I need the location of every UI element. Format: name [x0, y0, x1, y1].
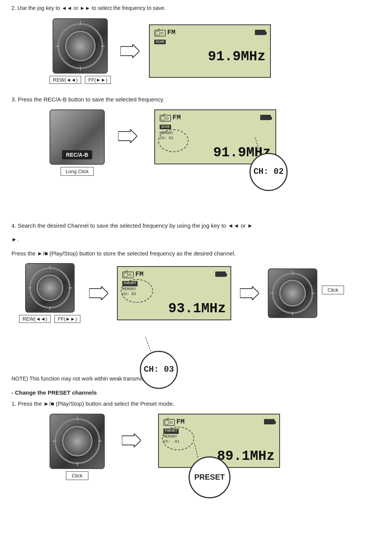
- svg-rect-20: [165, 421, 169, 424]
- svg-rect-6: [160, 115, 171, 121]
- ff-label-step4: FF(►►): [54, 315, 80, 323]
- callout-line-step4: [146, 337, 157, 353]
- radio-icon-preset: [163, 418, 175, 426]
- svg-marker-18: [122, 434, 141, 447]
- dashed-circle-step3: [158, 129, 189, 152]
- preset-bubble-container: PRESET: [189, 456, 230, 498]
- scan-badge-step2: SCAN: [154, 40, 166, 44]
- step4-text1: 4. Search the desired Channel to save th…: [11, 222, 381, 230]
- step4-jog-right: Click: [268, 268, 317, 318]
- step4-jog-labels: REW(◄◄) FF(►►): [19, 315, 80, 323]
- battery-icon-step2: [255, 30, 266, 35]
- step2-text: 2. Use the jog key to ◄◄ or ►► to select…: [11, 4, 381, 12]
- ff-label: FF(►►): [85, 76, 111, 84]
- step2-jog-wheel: REW(◄◄) FF(►►): [50, 18, 111, 84]
- arrow-step2: [118, 43, 141, 59]
- battery-icon-step4: [215, 271, 226, 277]
- arrow-step3: [116, 128, 139, 144]
- step4-text3: Press the ►/■ (Play/Stop) button to stor…: [11, 249, 381, 258]
- ch02-bubble-container: CH: 02: [250, 153, 288, 191]
- svg-marker-17: [240, 286, 259, 300]
- svg-marker-11: [89, 286, 108, 300]
- rew-label: REW(◄◄): [50, 76, 81, 84]
- preset-lcd-container: FM PRESET MEMORY Ch: -91 89.1MHz PRESET: [158, 414, 280, 468]
- step2-jog-labels: REW(◄◄) FF(►►): [50, 76, 111, 84]
- rew-label-step4: REW(◄◄): [19, 315, 51, 323]
- callout-line-preset: [194, 443, 206, 458]
- battery-icon-step3: [260, 115, 271, 120]
- step3-left: REC/A-B Long Click: [50, 109, 105, 176]
- ch02-bubble: CH: 02: [250, 153, 288, 191]
- svg-rect-1: [155, 30, 165, 36]
- preset-jog-wheel: Click: [50, 414, 105, 480]
- rec-ab-label: REC/A-B: [62, 150, 92, 159]
- step3-right: FM SCAN MEMORY CH: 02 91.9MHz: [154, 109, 276, 164]
- fm-label-step4: FM: [135, 270, 144, 278]
- svg-point-14: [129, 274, 131, 276]
- step1-preset-text: 1. Press the ►/■ (Play/Stop) button and …: [11, 400, 381, 408]
- svg-marker-0: [120, 44, 139, 58]
- dashed-circle-step4: [121, 279, 153, 303]
- note-text: NOTE) This function may not work within …: [11, 376, 381, 382]
- svg-rect-7: [161, 116, 165, 120]
- radio-icon-step4: [122, 270, 134, 278]
- step4-text2: ►.: [11, 235, 381, 244]
- fm-label-step3: FM: [173, 114, 181, 121]
- fm-label-preset: FM: [176, 418, 185, 426]
- svg-rect-19: [164, 419, 174, 426]
- preset-bubble: PRESET: [189, 456, 230, 498]
- svg-marker-5: [118, 129, 137, 143]
- svg-rect-13: [124, 273, 128, 277]
- long-click-label: Long Click: [61, 167, 94, 176]
- lcd-step4: FM PRESET MEMORY CH: 03 93.1MHz: [117, 266, 231, 320]
- click-label-step4: Click: [322, 286, 344, 294]
- step4-jog-left: REW(◄◄) FF(►►): [19, 263, 80, 323]
- svg-point-8: [166, 117, 168, 119]
- svg-rect-2: [156, 31, 160, 35]
- dashed-circle-preset: [162, 427, 194, 450]
- radio-icon-step2: [154, 28, 166, 37]
- freq-display-step4: 93.1MHz: [122, 301, 226, 316]
- change-preset-title: - Change the PRESET channels: [11, 389, 381, 396]
- scan-badge-step3: SCAN: [160, 125, 171, 129]
- freq-display-step2: 91.9MHz: [154, 49, 266, 64]
- svg-point-3: [161, 32, 163, 34]
- radio-icon-step3: [160, 113, 171, 122]
- battery-icon-preset: [264, 419, 275, 424]
- lcd-step2: FM SCAN 91.9MHz: [149, 24, 271, 78]
- svg-line-16: [146, 337, 151, 353]
- arrow-step4a: [87, 286, 110, 301]
- svg-point-21: [170, 421, 172, 424]
- rec-ab-button-image: REC/A-B: [50, 109, 105, 165]
- arrow-preset: [120, 433, 143, 448]
- svg-line-23: [194, 443, 198, 458]
- click-label-preset: Click: [66, 471, 88, 480]
- svg-line-10: [255, 138, 261, 157]
- ch03-bubble: CH: 03: [140, 351, 178, 389]
- step4-lcd-middle: FM PRESET MEMORY CH: 03 93.1MHz CH: 03: [117, 266, 231, 320]
- svg-rect-12: [123, 272, 133, 278]
- fm-label-step2: FM: [167, 29, 176, 36]
- arrow-step4b: [238, 286, 261, 301]
- step3-text: 3. Press the REC/A-B button to save the …: [11, 95, 381, 104]
